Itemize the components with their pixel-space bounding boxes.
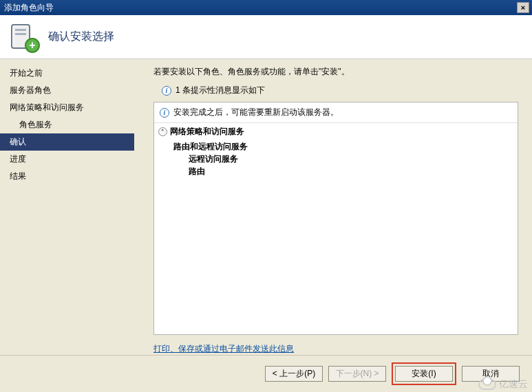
restart-warning-text: 安装完成之后，可能需要重新启动该服务器。 bbox=[173, 107, 339, 118]
info-icon: i bbox=[162, 86, 171, 96]
info-count-text: 1 条提示性消息显示如下 bbox=[175, 85, 265, 96]
group-header[interactable]: ˄ 网络策略和访问服务 bbox=[154, 123, 518, 140]
export-link-row: 打印、保存或通过电子邮件发送此信息 bbox=[153, 335, 518, 355]
selections-panel: i 安装完成之后，可能需要重新启动该服务器。 ˄ 网络策略和访问服务 路由和远程… bbox=[153, 102, 518, 335]
wizard-body: 开始之前 服务器角色 网络策略和访问服务 角色服务 确认 进度 结果 若要安装以… bbox=[0, 59, 532, 355]
step-before-you-begin[interactable]: 开始之前 bbox=[0, 65, 134, 82]
restart-warning-row: i 安装完成之后，可能需要重新启动该服务器。 bbox=[154, 102, 518, 123]
cancel-button[interactable]: 取消 bbox=[462, 366, 520, 382]
step-progress[interactable]: 进度 bbox=[0, 151, 134, 168]
install-highlight: 安装(I) bbox=[392, 362, 456, 385]
content-area: 若要安装以下角色、角色服务或功能，请单击"安装"。 i 1 条提示性消息显示如下… bbox=[134, 59, 532, 355]
group-title: 网络策略和访问服务 bbox=[170, 126, 244, 138]
step-confirmation[interactable]: 确认 bbox=[0, 133, 134, 151]
role-remote-access-service: 远程访问服务 bbox=[173, 153, 518, 165]
info-icon: i bbox=[160, 108, 169, 118]
role-routing-remote-access: 路由和远程访问服务 bbox=[173, 140, 518, 153]
button-row: < 上一步(P) 下一步(N) > 安装(I) 取消 bbox=[0, 355, 532, 392]
group-items: 路由和远程访问服务 远程访问服务 路由 bbox=[154, 140, 518, 177]
step-server-roles[interactable]: 服务器角色 bbox=[0, 82, 134, 99]
print-save-email-link[interactable]: 打印、保存或通过电子邮件发送此信息 bbox=[153, 344, 294, 353]
server-add-icon: + bbox=[10, 23, 39, 52]
role-routing: 路由 bbox=[173, 165, 518, 177]
page-title: 确认安装选择 bbox=[48, 30, 114, 44]
close-button[interactable]: × bbox=[517, 2, 529, 13]
info-count-line: i 1 条提示性消息显示如下 bbox=[153, 85, 518, 96]
install-button[interactable]: 安装(I) bbox=[395, 366, 453, 382]
step-role-services[interactable]: 角色服务 bbox=[0, 116, 134, 133]
instruction-text: 若要安装以下角色、角色服务或功能，请单击"安装"。 bbox=[153, 66, 518, 78]
titlebar: 添加角色向导 × bbox=[0, 0, 532, 15]
collapse-icon: ˄ bbox=[158, 127, 167, 136]
previous-button[interactable]: < 上一步(P) bbox=[265, 366, 323, 382]
window-title: 添加角色向导 bbox=[4, 2, 517, 14]
step-network-policy[interactable]: 网络策略和访问服务 bbox=[0, 99, 134, 116]
wizard-steps-sidebar: 开始之前 服务器角色 网络策略和访问服务 角色服务 确认 进度 结果 bbox=[0, 59, 134, 355]
next-button: 下一步(N) > bbox=[328, 366, 386, 382]
step-results[interactable]: 结果 bbox=[0, 168, 134, 185]
wizard-header: + 确认安装选择 bbox=[0, 15, 532, 59]
